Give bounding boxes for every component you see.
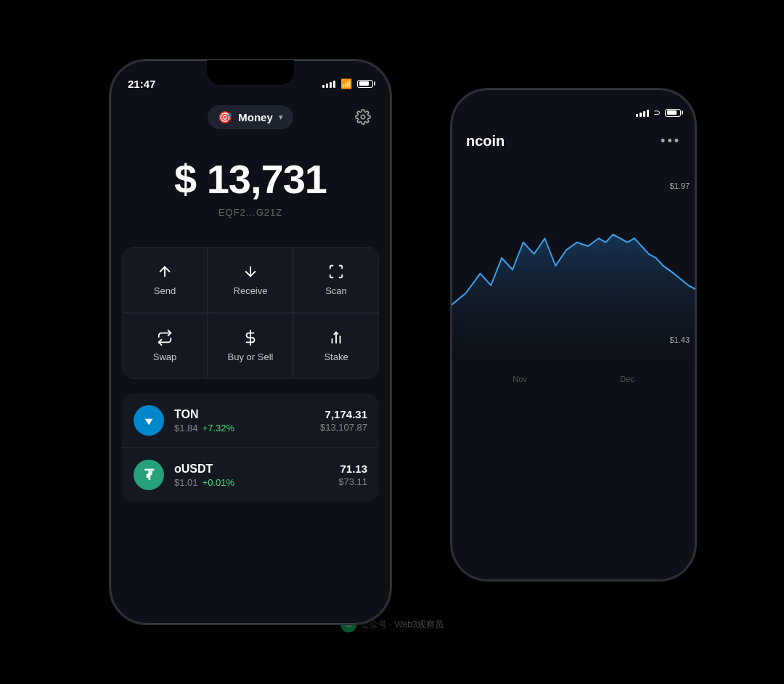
ousdt-values: 71.13 $73.11 — [338, 463, 367, 487]
token-item-ousdt[interactable]: ₮ oUSDT $1.01 +0.01% 71.13 $73.11 — [122, 448, 379, 502]
swap-button[interactable]: Swap — [122, 313, 208, 379]
status-icons: 📶 — [322, 78, 373, 89]
status-time: 21:47 — [128, 78, 155, 90]
scan-label: Scan — [325, 285, 347, 296]
ousdt-usd: $73.11 — [338, 476, 367, 487]
settings-button[interactable] — [350, 104, 376, 130]
ousdt-info: oUSDT $1.01 +0.01% — [174, 463, 328, 488]
buy-sell-label: Buy or Sell — [228, 351, 274, 362]
ton-change: +7.32% — [203, 423, 234, 433]
ton-amount: 7,174.31 — [320, 408, 367, 420]
ton-usd: $13,107.87 — [320, 422, 367, 433]
secondary-wifi-icon: ⊃ — [653, 107, 661, 118]
secondary-header: ncoin ••• — [452, 126, 695, 157]
receive-label: Receive — [234, 285, 268, 296]
phone-header: 🎯 Money ▾ — [110, 97, 391, 137]
token-list: TON $1.84 +7.32% 7,174.31 $13,107.87 ₮ — [122, 394, 379, 502]
ton-logo — [134, 405, 164, 436]
chart-area: $1.97 $1.43 — [452, 164, 695, 367]
ton-price: $1.84 — [174, 423, 198, 433]
wallet-selector[interactable]: 🎯 Money ▾ — [208, 105, 293, 129]
chart-x-axis: Nov Dec — [452, 375, 695, 391]
ousdt-price: $1.01 — [174, 477, 198, 488]
phone-notch — [207, 60, 294, 85]
ton-info: TON $1.84 +7.32% — [174, 408, 310, 433]
swap-label: Swap — [153, 351, 177, 362]
svg-point-0 — [361, 115, 365, 119]
chevron-down-icon: ▾ — [279, 113, 283, 122]
secondary-battery-icon — [665, 109, 681, 117]
more-button[interactable]: ••• — [661, 134, 681, 149]
balance-amount: $ 13,731 — [125, 159, 376, 200]
chart-high-label: $1.97 — [669, 179, 690, 192]
coin-title: ncoin — [466, 133, 505, 150]
secondary-signal-icon — [636, 108, 649, 117]
ousdt-symbol: oUSDT — [174, 463, 328, 476]
actions-grid: Send Receive Scan — [122, 247, 379, 379]
balance-area: $ 13,731 EQF2...G21Z — [110, 137, 391, 232]
battery-icon — [357, 80, 373, 88]
ousdt-logo: ₮ — [134, 460, 164, 490]
stake-button[interactable]: Stake — [293, 313, 379, 379]
token-item-ton[interactable]: TON $1.84 +7.32% 7,174.31 $13,107.87 — [122, 394, 379, 448]
stake-label: Stake — [324, 351, 348, 362]
send-button[interactable]: Send — [122, 247, 208, 313]
receive-button[interactable]: Receive — [208, 247, 293, 313]
signal-icon — [322, 79, 335, 88]
primary-phone: 21:47 📶 🎯 Money ▾ — [109, 59, 392, 625]
scan-button[interactable]: Scan — [293, 247, 379, 313]
ousdt-change: +0.01% — [203, 477, 234, 488]
ton-symbol: TON — [174, 408, 310, 421]
watermark-text: 公众号 · Web3观察员 — [361, 619, 443, 631]
price-chart — [452, 164, 695, 367]
send-label: Send — [154, 285, 176, 296]
chart-x-label-dec: Dec — [620, 375, 634, 383]
chart-x-label-nov: Nov — [513, 375, 527, 383]
ousdt-amount: 71.13 — [338, 463, 367, 475]
chart-low-label: $1.43 — [669, 333, 690, 346]
buy-sell-button[interactable]: Buy or Sell — [208, 313, 293, 379]
balance-address: EQF2...G21Z — [125, 207, 376, 218]
ton-values: 7,174.31 $13,107.87 — [320, 408, 367, 433]
wifi-icon: 📶 — [340, 78, 352, 89]
secondary-phone: ⊃ ncoin ••• — [450, 88, 697, 582]
wallet-name: Money — [238, 111, 273, 123]
secondary-status-bar: ⊃ — [452, 89, 695, 126]
wallet-emoji: 🎯 — [218, 110, 232, 124]
